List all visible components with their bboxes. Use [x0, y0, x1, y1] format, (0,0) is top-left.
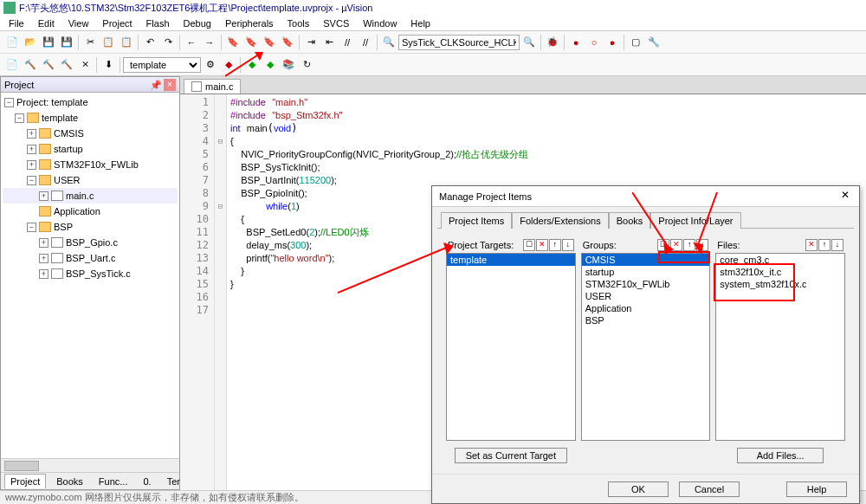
expand-icon[interactable]: +	[27, 160, 36, 170]
collapse-icon[interactable]: −	[27, 223, 36, 232]
bookmark-icon[interactable]: 🔖	[224, 34, 242, 51]
indent-icon[interactable]: ⇥	[302, 34, 320, 51]
scroll-thumb[interactable]	[4, 461, 39, 471]
menu-peripherals[interactable]: Peripherals	[218, 16, 281, 30]
collapse-icon[interactable]: −	[15, 113, 24, 123]
cancel-button[interactable]: Cancel	[679, 481, 740, 497]
ok-button[interactable]: OK	[608, 481, 669, 497]
tab-project-info[interactable]: Project Info/Layer	[650, 212, 740, 229]
manage-rte-icon[interactable]: ◆	[243, 56, 261, 74]
expand-icon[interactable]: +	[39, 254, 48, 263]
batch-icon[interactable]: 🔨	[58, 56, 75, 74]
down-icon[interactable]: ↓	[831, 239, 843, 251]
tab-folders-ext[interactable]: Folders/Extensions	[512, 212, 609, 229]
help-button[interactable]: Help	[786, 481, 847, 497]
tree-file-systick[interactable]: +BSP_SysTick.c	[3, 266, 178, 281]
groups-list[interactable]: CMSIS startup STM32F10x_FWLib USER Appli…	[581, 253, 711, 441]
tree-group-cmsis[interactable]: +CMSIS	[3, 126, 178, 141]
paste-icon[interactable]: 📋	[118, 34, 135, 51]
list-item[interactable]: startup	[582, 266, 710, 278]
copy-icon[interactable]: 📋	[100, 34, 117, 51]
pin-icon[interactable]: 📌	[150, 80, 160, 90]
bookmark-prev-icon[interactable]: 🔖	[242, 34, 260, 51]
translate-icon[interactable]: 📄	[3, 56, 21, 74]
menu-edit[interactable]: Edit	[31, 16, 61, 30]
uncomment-icon[interactable]: //	[357, 34, 374, 51]
delete-icon[interactable]: ✕	[670, 239, 682, 251]
redo-icon[interactable]: ↷	[159, 34, 177, 51]
save-icon[interactable]: 💾	[40, 34, 57, 51]
files-list[interactable]: core_cm3.c stm32f10x_it.c system_stm32f1…	[715, 253, 845, 441]
nav-fwd-icon[interactable]: →	[201, 34, 218, 51]
collapse-icon[interactable]: −	[4, 98, 14, 107]
list-item[interactable]: Application	[582, 302, 710, 314]
tab-books[interactable]: Books	[609, 212, 651, 229]
comment-icon[interactable]: //	[339, 34, 356, 51]
tree-group-bsp[interactable]: −BSP	[3, 219, 178, 235]
tree-group-fwlib[interactable]: +STM32F10x_FWLib	[3, 157, 178, 172]
fold-gutter[interactable]: ⊟⊟	[215, 94, 227, 490]
manage-icon[interactable]: ◆	[220, 56, 237, 74]
dialog-titlebar[interactable]: Manage Project Items ✕	[432, 186, 859, 207]
list-item[interactable]: stm32f10x_it.c	[716, 266, 844, 278]
open-icon[interactable]: 📂	[22, 34, 39, 51]
nav-back-icon[interactable]: ←	[183, 34, 200, 51]
menu-svcs[interactable]: SVCS	[316, 16, 356, 30]
targets-list[interactable]: template	[446, 253, 576, 441]
expand-icon[interactable]: +	[39, 238, 48, 248]
project-tree[interactable]: − Project: template − template +CMSIS +s…	[1, 93, 179, 458]
list-item[interactable]: BSP	[582, 314, 710, 326]
menu-flash[interactable]: Flash	[139, 16, 177, 30]
list-item[interactable]: CMSIS	[582, 254, 710, 266]
breakpoint-disable-icon[interactable]: ○	[585, 34, 603, 51]
download-icon[interactable]: ⬇	[100, 56, 117, 74]
tab-project[interactable]: Project	[4, 474, 46, 488]
tree-file-main[interactable]: +main.c	[3, 188, 178, 204]
delete-icon[interactable]: ✕	[805, 239, 818, 251]
tree-root[interactable]: − Project: template	[3, 94, 178, 110]
menu-window[interactable]: Window	[356, 16, 404, 30]
bookmark-clear-icon[interactable]: 🔖	[279, 34, 296, 51]
set-current-target-button[interactable]: Set as Current Target	[455, 448, 567, 463]
undo-icon[interactable]: ↶	[141, 34, 158, 51]
tree-group-startup[interactable]: +startup	[3, 141, 178, 157]
close-icon[interactable]: ✕	[835, 189, 856, 204]
up-icon[interactable]: ↑	[549, 239, 561, 251]
tab-books[interactable]: Books	[51, 475, 88, 488]
down-icon[interactable]: ↓	[696, 239, 708, 251]
list-item[interactable]: STM32F10x_FWLib	[582, 278, 710, 290]
books-icon[interactable]: 📚	[280, 56, 297, 74]
cut-icon[interactable]: ✂	[81, 34, 99, 51]
menu-help[interactable]: Help	[404, 16, 437, 30]
new-icon[interactable]: 📄	[3, 34, 21, 51]
close-icon[interactable]: ×	[164, 79, 176, 91]
stop-icon[interactable]: ⨯	[76, 56, 94, 74]
find-input[interactable]	[398, 35, 520, 50]
find-next-icon[interactable]: 🔍	[520, 34, 538, 51]
tree-file-uart[interactable]: +BSP_Uart.c	[3, 250, 178, 266]
menu-file[interactable]: File	[2, 16, 31, 30]
saveall-icon[interactable]: 💾	[58, 34, 75, 51]
tree-file-gpio[interactable]: +BSP_Gpio.c	[3, 235, 178, 250]
outdent-icon[interactable]: ⇤	[320, 34, 338, 51]
tree-group-user[interactable]: −USER	[3, 172, 178, 188]
up-icon[interactable]: ↑	[683, 239, 695, 251]
find-icon[interactable]: 🔍	[380, 34, 397, 51]
tab-project-items[interactable]: Project Items	[441, 212, 512, 229]
up-icon[interactable]: ↑	[818, 239, 830, 251]
expand-icon[interactable]: +	[27, 145, 36, 154]
new-icon[interactable]: ☐	[657, 239, 669, 251]
list-item[interactable]: template	[447, 254, 575, 266]
expand-icon[interactable]: +	[39, 191, 48, 201]
list-item[interactable]: core_cm3.c	[716, 254, 844, 266]
bookmark-next-icon[interactable]: 🔖	[261, 34, 278, 51]
add-files-button[interactable]: Add Files...	[737, 448, 824, 463]
debug-icon[interactable]: 🐞	[544, 34, 561, 51]
rebuild-icon[interactable]: 🔨	[40, 56, 57, 74]
tree-group-app[interactable]: Application	[3, 204, 178, 219]
build-icon[interactable]: 🔨	[22, 56, 39, 74]
down-icon[interactable]: ↓	[562, 239, 574, 251]
expand-icon[interactable]: +	[39, 269, 48, 279]
config-icon[interactable]: 🔧	[645, 34, 662, 51]
tab-0[interactable]: 0.	[138, 475, 156, 488]
